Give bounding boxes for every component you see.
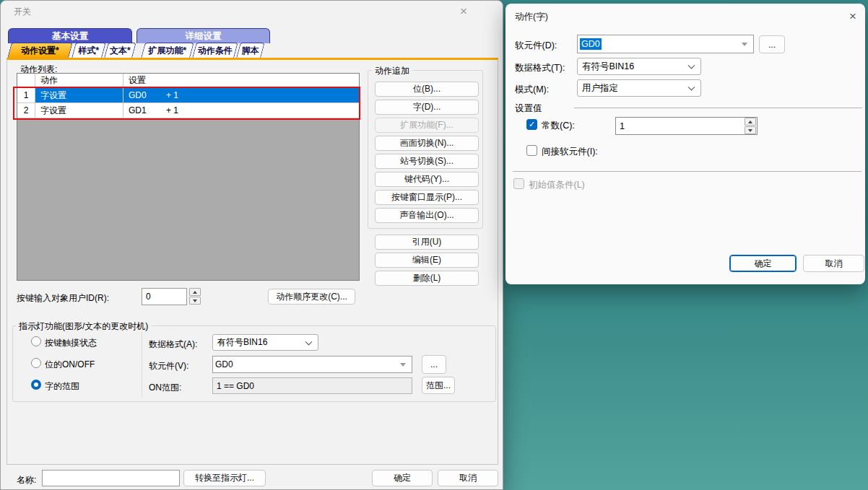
- constant-value: 1: [620, 121, 625, 131]
- data-format-value: 有符号BIN16: [582, 61, 634, 73]
- close-icon[interactable]: ×: [845, 9, 861, 25]
- section-separator: [513, 171, 862, 172]
- add-station-switch-button[interactable]: 站号切换(S)...: [375, 154, 479, 169]
- radio-bit-onoff[interactable]: [31, 358, 41, 368]
- constant-checkbox[interactable]: ✓: [526, 119, 537, 130]
- radio-word-range[interactable]: [31, 380, 41, 390]
- initial-condition-checkbox: [513, 178, 524, 189]
- row-device: GD0: [129, 90, 166, 100]
- tab-extended-function[interactable]: 扩展功能*: [141, 43, 194, 58]
- spin-down-icon[interactable]: [745, 126, 756, 134]
- data-format-select[interactable]: 有符号BIN16: [212, 334, 318, 351]
- indirect-device-label: 间接软元件(I):: [542, 146, 598, 158]
- name-label: 名称:: [17, 474, 36, 486]
- radio-word-range-label: 字的范围: [45, 380, 79, 393]
- on-range-value: 1 == GD0: [217, 381, 254, 391]
- tab-label: 动作条件: [195, 43, 235, 58]
- cancel-button[interactable]: 取消: [438, 470, 498, 486]
- row-num: 1: [17, 88, 35, 102]
- row-num: 2: [17, 103, 35, 118]
- table-row[interactable]: 1 字设置 GD0+ 1: [17, 88, 359, 103]
- radio-bit-onoff-label: 位的ON/OFF: [45, 359, 95, 371]
- data-format-select[interactable]: 有符号BIN16: [577, 58, 701, 75]
- add-screen-switch-button[interactable]: 画面切换(N)...: [375, 136, 479, 151]
- data-format-label: 数据格式(T):: [515, 62, 565, 74]
- add-bit-button[interactable]: 位(B)...: [375, 82, 479, 97]
- mode-label: 模式(M):: [515, 84, 549, 96]
- tab-group-basic-settings: 基本设置: [8, 28, 132, 43]
- dropdown-arrow-icon: [742, 43, 747, 46]
- col-header-action: 动作: [35, 74, 123, 87]
- data-format-label: 数据格式(A):: [149, 338, 197, 351]
- row-value: + 1: [166, 105, 178, 115]
- add-key-code-button[interactable]: 键代码(Y)...: [375, 172, 479, 187]
- user-id-stepper[interactable]: [189, 288, 201, 305]
- reference-button[interactable]: 引用(U): [375, 235, 479, 250]
- device-combo[interactable]: GD0: [577, 35, 754, 53]
- tab-label: 脚本: [239, 43, 262, 58]
- user-id-input[interactable]: 0: [142, 288, 187, 305]
- lamp-divider: [142, 332, 142, 397]
- user-id-label: 按键输入对象用户ID(R):: [17, 292, 109, 305]
- change-order-button[interactable]: 动作顺序更改(C)...: [268, 289, 355, 305]
- row-device: GD1: [129, 105, 166, 115]
- row-action: 字设置: [35, 88, 123, 102]
- spin-up-icon[interactable]: [745, 118, 756, 126]
- word-dialog-title: 动作(字): [515, 11, 548, 23]
- mode-select[interactable]: 用户指定: [577, 79, 701, 97]
- indirect-device-checkbox[interactable]: [526, 145, 537, 156]
- desktop-canvas: { "icons": { "close": "×", "check": "✓",…: [0, 0, 868, 490]
- set-value-separator: [574, 108, 862, 108]
- row-value: + 1: [166, 90, 178, 100]
- tab-script[interactable]: 脚本: [236, 43, 265, 58]
- chevron-down-icon: [305, 338, 313, 345]
- row-action: 字设置: [35, 103, 123, 118]
- device-label: 软元件(D):: [515, 40, 557, 52]
- action-add-group-label: 动作追加: [372, 65, 412, 77]
- radio-key-touch-state-label: 按键触摸状态: [45, 337, 97, 349]
- spin-up-icon[interactable]: [189, 288, 201, 296]
- tab-action-condition[interactable]: 动作条件: [192, 43, 238, 58]
- edit-button[interactable]: 编辑(E): [375, 253, 479, 268]
- constant-stepper[interactable]: [745, 118, 756, 134]
- delete-button[interactable]: 删除(L): [375, 271, 479, 286]
- radio-key-touch-state[interactable]: [31, 336, 41, 346]
- spin-down-icon[interactable]: [189, 297, 201, 305]
- switch-dialog-title: 开关: [14, 6, 31, 18]
- device-browse-button[interactable]: ...: [422, 355, 446, 374]
- tab-label: 动作设置*: [10, 43, 70, 58]
- lamp-function-group-label: 指示灯功能(图形/文本的更改时机): [16, 320, 151, 333]
- on-range-field: 1 == GD0: [212, 377, 412, 394]
- range-button[interactable]: 范围...: [422, 377, 455, 394]
- tab-action-settings[interactable]: 动作设置*: [7, 43, 73, 58]
- ok-button[interactable]: 确定: [729, 255, 797, 272]
- dropdown-arrow-icon: [400, 363, 406, 367]
- constant-input[interactable]: 1: [615, 117, 758, 135]
- tab-text[interactable]: 文本*: [104, 43, 136, 58]
- add-sound-output-button[interactable]: 声音输出(O)...: [375, 208, 479, 223]
- ok-button[interactable]: 确定: [372, 470, 433, 486]
- device-value: GD0: [215, 359, 233, 369]
- check-icon: ✓: [529, 120, 535, 129]
- name-input[interactable]: [42, 470, 180, 486]
- mode-value: 用户指定: [582, 82, 618, 95]
- add-key-window-button[interactable]: 按键窗口显示(P)...: [375, 190, 479, 205]
- set-value-label: 设置值: [515, 102, 542, 115]
- table-header-row: 动作 设置: [17, 74, 359, 88]
- device-browse-button[interactable]: ...: [759, 35, 785, 53]
- table-row[interactable]: 2 字设置 GD1+ 1: [17, 103, 359, 118]
- tab-label: 样式*: [74, 43, 103, 58]
- tab-style[interactable]: 样式*: [71, 43, 106, 58]
- col-header-setting: 设置: [123, 74, 359, 87]
- convert-to-lamp-button[interactable]: 转换至指示灯...: [183, 470, 266, 486]
- row-setting: GD1+ 1: [123, 103, 359, 118]
- action-list-table: 动作 设置 1 字设置 GD0+ 1 2 字设置 GD1+ 1: [17, 73, 360, 281]
- on-range-label: ON范围:: [149, 382, 181, 394]
- cancel-button[interactable]: 取消: [803, 255, 864, 272]
- close-icon[interactable]: ×: [456, 4, 472, 19]
- row-setting: GD0+ 1: [123, 88, 359, 102]
- device-label: 软元件(V):: [149, 360, 188, 372]
- device-combo[interactable]: GD0: [212, 356, 412, 373]
- add-word-button[interactable]: 字(D)...: [375, 100, 479, 115]
- tab-label: 扩展功能*: [144, 43, 191, 58]
